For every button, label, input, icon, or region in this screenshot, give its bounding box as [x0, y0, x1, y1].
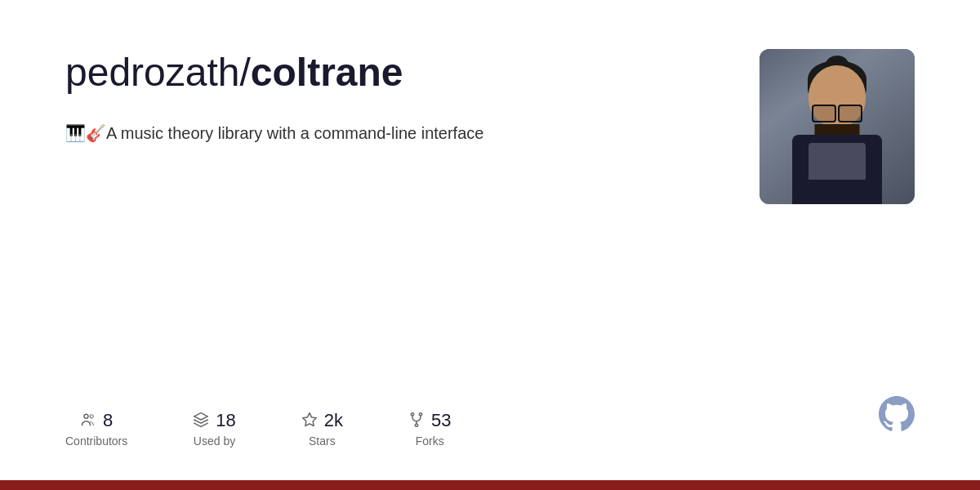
stat-used-by[interactable]: 18 Used by	[193, 410, 235, 448]
stat-contributors[interactable]: 8 Contributors	[65, 410, 127, 448]
stars-count: 2k	[324, 410, 343, 431]
body	[792, 135, 882, 204]
stat-top-contributors: 8	[80, 410, 113, 431]
github-logo-area[interactable]	[879, 396, 915, 435]
repo-description-text: A music theory library with a command-li…	[106, 124, 483, 142]
contributors-label: Contributors	[65, 434, 127, 448]
stats-section: 8 Contributors 18 Used by	[65, 377, 915, 448]
bottom-bar	[0, 480, 980, 490]
repo-owner: pedrozath/	[65, 51, 251, 94]
repo-title: pedrozath/coltrane	[65, 49, 710, 96]
repo-name: coltrane	[251, 51, 403, 94]
header-section: pedrozath/coltrane 🎹🎸A music theory libr…	[65, 49, 915, 204]
avatar-background	[760, 49, 915, 204]
github-icon	[879, 396, 915, 432]
stat-stars[interactable]: 2k Stars	[301, 410, 343, 448]
avatar-area	[760, 49, 915, 204]
title-area: pedrozath/coltrane 🎹🎸A music theory libr…	[65, 49, 710, 145]
fork-icon	[408, 412, 425, 430]
forks-label: Forks	[416, 434, 444, 448]
stat-top-stars: 2k	[301, 410, 343, 431]
stars-label: Stars	[309, 434, 336, 448]
main-content: pedrozath/coltrane 🎹🎸A music theory libr…	[0, 0, 980, 480]
repo-emoji: 🎹🎸	[65, 124, 106, 142]
used-by-label: Used by	[194, 434, 235, 448]
contributors-count: 8	[103, 410, 113, 431]
forks-count: 53	[431, 410, 451, 431]
svg-marker-2	[302, 412, 316, 425]
stat-top-used-by: 18	[193, 410, 235, 431]
shirt	[808, 143, 866, 180]
people-icon	[80, 412, 96, 430]
svg-point-0	[84, 414, 88, 418]
stat-top-forks: 53	[408, 410, 451, 431]
package-icon	[193, 412, 209, 430]
star-icon	[301, 412, 318, 430]
head	[808, 65, 866, 127]
stat-forks[interactable]: 53 Forks	[408, 410, 451, 448]
used-by-count: 18	[216, 410, 235, 431]
repo-description: 🎹🎸A music theory library with a command-…	[65, 121, 637, 145]
glasses	[812, 105, 862, 119]
svg-point-1	[90, 414, 93, 417]
avatar	[760, 49, 915, 204]
